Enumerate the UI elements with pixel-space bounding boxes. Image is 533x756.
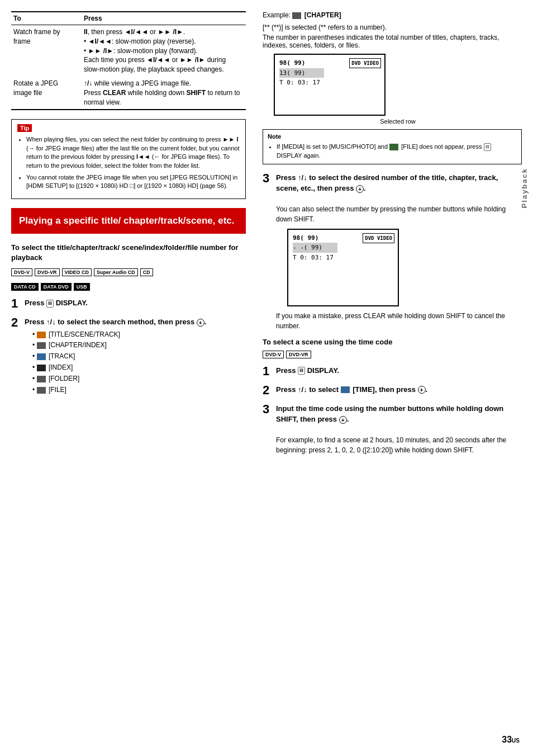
badge-tc-dvdv: DVD-V	[263, 351, 284, 358]
example-label: Example:	[263, 11, 291, 19]
table-cell-to-1: Watch frame by frame	[11, 25, 82, 77]
timecode-badges: DVD-V DVD-VR	[263, 351, 522, 358]
icon-folder	[37, 376, 46, 382]
badge-row-1: DVD-V DVD-VR VIDEO CD Super Audio CD CD	[11, 268, 246, 276]
step-3-subtext: You can also select the number by pressi…	[276, 205, 506, 223]
badge-dvdvr: DVD-VR	[35, 268, 60, 276]
note-box: Note If [MEDIA] is set to [MUSIC/PHOTO] …	[263, 129, 522, 164]
badge-tc-dvdvr: DVD-VR	[286, 351, 311, 358]
bullet-index: [INDEX]	[32, 363, 246, 372]
tip-list: When playing files, you can select the n…	[17, 135, 240, 190]
bullet-folder: [FOLDER]	[32, 374, 246, 384]
instruction-table: To Press Watch frame by frame II, then p…	[11, 11, 246, 110]
tip-box: Tip When playing files, you can select t…	[11, 119, 246, 199]
enter-icon-tc2: +	[418, 386, 426, 394]
tc-step-3: 3 Input the time code using the number b…	[263, 403, 522, 455]
tip-item-1: When playing files, you can select the n…	[26, 135, 240, 170]
step-1-number: 1	[11, 297, 21, 310]
dvd-line-1-3: T 0: 03: 17	[279, 78, 380, 88]
example-area: Example: [CHAPTER]	[263, 11, 522, 19]
table-cell-to-2: Rotate a JPEG image file	[11, 77, 82, 110]
step-3: 3 Press ↑/↓ to select the desired number…	[263, 172, 522, 331]
step-3-content: Press ↑/↓ to select the desired number o…	[276, 172, 522, 331]
bullet-track: [TRACK]	[32, 352, 246, 361]
table-row: Watch frame by frame II, then press ◄I/◄…	[11, 25, 246, 77]
step-1: 1 Press ⊟ DISPLAY.	[11, 297, 246, 310]
tc-step-2-number: 2	[263, 384, 273, 396]
dvd-screen-area-1: DVD VIDEO 98( 99) 13( 99) T 0: 03: 17 Se…	[263, 54, 522, 125]
selected-row-label: Selected row	[274, 118, 522, 125]
left-column: To Press Watch frame by frame II, then p…	[11, 11, 246, 745]
step-2-bullets: [TITLE/SCENE/TRACK] [CHAPTER/INDEX] [TRA…	[25, 330, 246, 395]
tip-item-2: You cannot rotate the JPEG image file wh…	[26, 173, 240, 191]
step-2-content: Press ↑/↓ to select the search method, t…	[25, 316, 246, 396]
icon-index	[37, 365, 46, 371]
note-list: If [MEDIA] is set to [MUSIC/PHOTO] and […	[268, 142, 517, 160]
enter-icon-tc3: +	[339, 416, 347, 424]
playback-label: Playback	[520, 168, 529, 208]
enter-icon-3: +	[356, 185, 364, 193]
example-text1: [** (**)] is selected (** refers to a nu…	[263, 23, 522, 31]
dvd-line-2-2: - -( 99)	[293, 243, 337, 253]
badge-datadvd: DATA DVD	[41, 283, 72, 291]
display-icon-1: ⊟	[46, 300, 54, 308]
badge-usb: USB	[74, 283, 90, 291]
step-2-number: 2	[11, 316, 21, 329]
display-icon-tc1: ⊟	[298, 367, 305, 375]
right-column: Example: [CHAPTER] [** (**)] is selected…	[257, 11, 522, 745]
table-cell-press-1: II, then press ◄I/◄◄ or ►► /I►. • ◄I/◄◄:…	[82, 25, 246, 77]
tip-header: Tip	[17, 124, 32, 132]
dvd-line-1-2: 13( 99)	[279, 68, 324, 78]
icon-track	[37, 353, 46, 360]
table-col-to: To	[11, 12, 82, 25]
tc-step-2: 2 Press ↑/↓ to select [TIME], then press…	[263, 384, 522, 396]
step-3-after-text: If you make a mistake, press CLEAR while…	[276, 311, 522, 331]
badge-datacd: DATA CD	[11, 283, 39, 291]
badge-cd: CD	[140, 268, 153, 276]
tc-step-1-number: 1	[263, 365, 273, 377]
tc-step-3-subtext: For example, to find a scene at 2 hours,…	[276, 436, 506, 454]
note-item-1: If [MEDIA] is set to [MUSIC/PHOTO] and […	[277, 142, 517, 160]
dvd-screen-2: DVD VIDEO 98( 99) - -( 99) T 0: 03: 17	[287, 229, 399, 306]
dvd-line-2-3: T 0: 03: 17	[293, 253, 393, 263]
bullet-file: [FILE]	[32, 385, 246, 395]
badge-row-2: DATA CD DATA DVD USB	[11, 283, 246, 291]
table-row: Rotate a JPEG image file ↑/↓ while viewi…	[11, 77, 246, 110]
badge-videocd: VIDEO CD	[62, 268, 92, 276]
tc-step-1-content: Press ⊟ DISPLAY.	[276, 365, 522, 376]
enter-icon-2: +	[197, 319, 204, 327]
step-3-number: 3	[263, 172, 273, 185]
dvd-label-2: DVD VIDEO	[363, 233, 394, 243]
badge-superaudio: Super Audio CD	[94, 268, 138, 276]
tc-step-1: 1 Press ⊟ DISPLAY.	[263, 365, 522, 377]
example-badge: [CHAPTER]	[304, 11, 341, 19]
badge-dvdv: DVD-V	[11, 268, 32, 276]
example-icon	[292, 12, 301, 19]
bullet-title-scene: [TITLE/SCENE/TRACK]	[32, 330, 246, 339]
tc-step-2-content: Press ↑/↓ to select [TIME], then press +…	[276, 384, 522, 395]
tc-step-3-content: Input the time code using the number but…	[276, 403, 522, 455]
icon-chapter-index	[37, 342, 46, 349]
step-2: 2 Press ↑/↓ to select the search method,…	[11, 316, 246, 396]
note-header: Note	[268, 133, 517, 140]
page-number: 33US	[502, 735, 520, 745]
icon-media	[389, 144, 398, 150]
subsection-title: To select the title/chapter/track/ scene…	[11, 243, 246, 263]
section-title: Playing a specific title/ chapter/track/…	[11, 208, 246, 234]
display-icon-note: ⊟	[484, 143, 491, 151]
step-1-content: Press ⊟ DISPLAY.	[25, 297, 246, 309]
tc-step-3-number: 3	[263, 403, 273, 415]
timecode-section: To select a scene using the time code DV…	[263, 338, 522, 455]
icon-time	[341, 386, 350, 393]
icon-file	[37, 387, 46, 394]
timecode-title: To select a scene using the time code	[263, 338, 522, 346]
icon-title-scene	[37, 332, 46, 338]
dvd-screen-1: DVD VIDEO 98( 99) 13( 99) T 0: 03: 17	[274, 54, 386, 116]
table-col-press: Press	[82, 12, 246, 25]
table-cell-press-2: ↑/↓ while viewing a JPEG image file. Pre…	[82, 77, 246, 110]
dvd-label-1: DVD VIDEO	[349, 58, 381, 68]
bullet-chapter-index: [CHAPTER/INDEX]	[32, 341, 246, 350]
example-text2: The number in parentheses indicates the …	[263, 34, 522, 49]
